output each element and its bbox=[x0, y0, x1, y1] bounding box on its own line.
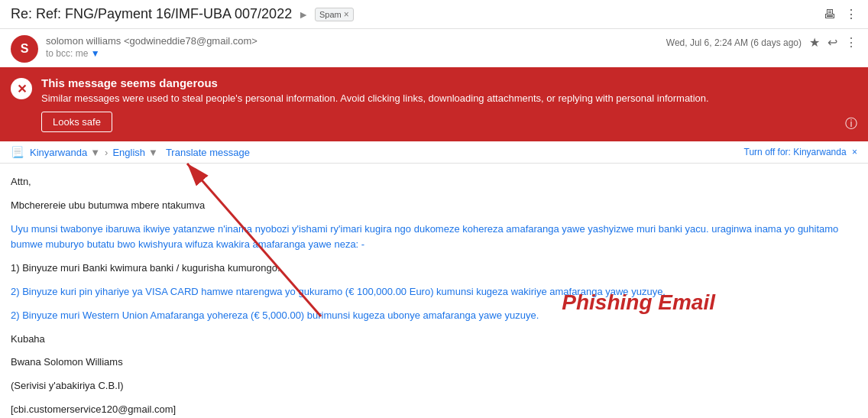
sender-info: solomon williams <godwineddie78@gmail.co… bbox=[46, 35, 257, 59]
help-icon[interactable]: ⓘ bbox=[845, 116, 857, 132]
translate-arrow-icon: › bbox=[105, 147, 108, 158]
spam-label: Spam bbox=[319, 10, 342, 19]
turn-off-close-button[interactable]: × bbox=[852, 147, 857, 157]
print-icon[interactable]: 🖶 bbox=[824, 8, 836, 21]
sender-left: S solomon williams <godwineddie78@gmail.… bbox=[11, 35, 257, 63]
body-closing3: (Serivisi y'abakiriya C.B.I) bbox=[11, 378, 857, 394]
star-icon[interactable]: ★ bbox=[809, 35, 820, 50]
to-language[interactable]: English bbox=[112, 147, 145, 158]
avatar: S bbox=[11, 35, 38, 63]
danger-x-icon: ✕ bbox=[17, 82, 27, 96]
body-item1: 1) Binyuze muri Banki kwimura banki / ku… bbox=[11, 261, 857, 277]
forward-icon[interactable]: ► bbox=[298, 8, 309, 21]
translate-icon: 📃 bbox=[11, 146, 24, 158]
danger-description: Similar messages were used to steal peop… bbox=[41, 92, 857, 104]
body-para1: Uyu munsi twabonye ibaruwa ikwiye yatanz… bbox=[11, 222, 857, 254]
turn-off-label: Turn off for: Kinyarwanda bbox=[744, 147, 847, 157]
translate-right: Turn off for: Kinyarwanda × bbox=[744, 147, 857, 157]
danger-title: This message seems dangerous bbox=[41, 76, 857, 89]
reply-icon[interactable]: ↩ bbox=[828, 35, 837, 50]
more-icon[interactable]: ⋮ bbox=[845, 35, 857, 50]
spam-remove-button[interactable]: × bbox=[344, 9, 349, 20]
translate-bar: 📃 Kinyarwanda ▼ › English ▼ Translate me… bbox=[0, 141, 868, 164]
body-line2: Mbcherereie ubu butumwa mbere ntakumva bbox=[11, 198, 857, 214]
sender-to: to bcc: me ▼ bbox=[46, 48, 257, 59]
action-icons: ★ ↩ ⋮ bbox=[809, 35, 857, 50]
body-closing1: Kubaha bbox=[11, 332, 857, 348]
sender-right: Wed, Jul 6, 2:24 AM (6 days ago) ★ ↩ ⋮ bbox=[666, 35, 857, 50]
subject-text: Re: Ref: FNG/Payment 16/IMF-UBA 007/2022 bbox=[11, 6, 292, 22]
sender-name: solomon williams <godwineddie78@gmail.co… bbox=[46, 35, 257, 47]
sender-email: <godwineddie78@gmail.com> bbox=[124, 35, 257, 47]
email-header-bar: Re: Ref: FNG/Payment 16/IMF-UBA 007/2022… bbox=[0, 0, 868, 29]
more-options-icon[interactable]: ⋮ bbox=[845, 7, 857, 21]
sender-row: S solomon williams <godwineddie78@gmail.… bbox=[0, 29, 868, 67]
body-closing2: Bwana Solomon Williams bbox=[11, 355, 857, 371]
show-details-button[interactable]: ▼ bbox=[91, 48, 100, 59]
translate-left: 📃 Kinyarwanda ▼ › English ▼ Translate me… bbox=[11, 146, 250, 158]
looks-safe-button[interactable]: Looks safe bbox=[41, 112, 112, 132]
from-language[interactable]: Kinyarwanda bbox=[30, 147, 87, 158]
email-body: Attn, Mbcherereie ubu butumwa mbere ntak… bbox=[0, 164, 868, 418]
danger-banner: ✕ This message seems dangerous Similar m… bbox=[0, 67, 868, 141]
translate-message-button[interactable]: Translate message bbox=[166, 147, 250, 158]
header-icons: 🖶 ⋮ bbox=[824, 7, 857, 21]
body-closing4: [cbi.customerservice120@gmail.com] bbox=[11, 402, 857, 418]
danger-content: This message seems dangerous Similar mes… bbox=[41, 76, 857, 132]
body-line1: Attn, bbox=[11, 174, 857, 190]
body-para3: 2) Binyuze muri Western Union Amafaranga… bbox=[11, 308, 857, 324]
email-date: Wed, Jul 6, 2:24 AM (6 days ago) bbox=[666, 37, 802, 48]
danger-icon: ✕ bbox=[11, 78, 32, 99]
email-subject: Re: Ref: FNG/Payment 16/IMF-UBA 007/2022… bbox=[11, 6, 354, 22]
body-para2: 2) Binyuze kuri pin yihariye ya VISA CAR… bbox=[11, 284, 857, 300]
spam-badge: Spam × bbox=[315, 8, 354, 21]
